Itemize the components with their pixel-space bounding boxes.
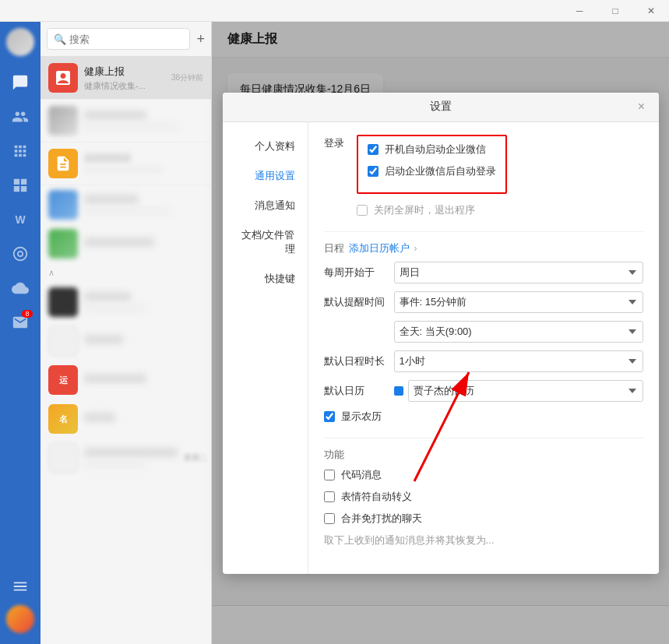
divider-1 bbox=[324, 231, 643, 232]
window-controls: ─ □ ✕ bbox=[562, 0, 669, 22]
chat-item-blurred-5[interactable] bbox=[40, 322, 211, 361]
field-week-start: 每周开始于 周日 bbox=[324, 262, 643, 283]
label-lunar: 显示农历 bbox=[341, 410, 382, 424]
settings-nav-notifications[interactable]: 消息通知 bbox=[223, 191, 308, 220]
chat-item-health[interactable]: 健康上报 健康情况收集-... 38分钟前 bbox=[40, 57, 211, 100]
chat-item-report[interactable] bbox=[40, 143, 211, 185]
setting-row-autostart: 开机自动启动企业微信 bbox=[368, 143, 496, 157]
settings-nav-general[interactable]: 通用设置 bbox=[223, 161, 308, 191]
select-allday[interactable]: 全天: 当天(9:00) bbox=[394, 321, 643, 343]
sidebar-item-grid[interactable] bbox=[6, 171, 34, 199]
modal-overlay: 设置 × 个人资料 通用设置 消息通知 文档/文件管理 快捷键 bbox=[212, 22, 669, 644]
chat-item-blurred-6[interactable]: 运 bbox=[40, 361, 211, 399]
chat-item-blurred-3[interactable] bbox=[40, 224, 211, 263]
select-reminder[interactable]: 事件: 15分钟前 bbox=[394, 291, 643, 313]
chat-item-blurred-8[interactable]: 星期二 bbox=[40, 438, 211, 477]
settings-modal: 设置 × 个人资料 通用设置 消息通知 文档/文件管理 快捷键 bbox=[223, 93, 659, 574]
chat-item-blurred-1[interactable] bbox=[40, 100, 211, 143]
calendar-color-dot bbox=[394, 386, 403, 396]
search-input-wrap[interactable]: 🔍 bbox=[47, 28, 190, 50]
chevron-right-icon: › bbox=[414, 243, 417, 254]
report-preview bbox=[84, 166, 162, 174]
section-calendar: 日程 添加日历帐户 › 每周开始于 周日 bbox=[324, 241, 643, 424]
chat-meta: 38分钟前 bbox=[171, 72, 203, 83]
checkbox-autologin[interactable] bbox=[368, 166, 379, 177]
modal-close-button[interactable]: × bbox=[634, 99, 650, 114]
add-calendar-link[interactable]: 添加日历帐户 bbox=[349, 241, 410, 255]
settings-nav-shortcuts[interactable]: 快捷键 bbox=[223, 264, 308, 294]
settings-nav: 个人资料 通用设置 消息通知 文档/文件管理 快捷键 bbox=[223, 122, 308, 574]
main-area: 健康上报 每日健康情况收集-12月6日 立即填写 上午09:06 每日健康情况收… bbox=[212, 22, 669, 644]
search-bar: 🔍 + bbox=[40, 22, 211, 57]
feature-extra-label: 取下上收到的通知消息并将其恢复为... bbox=[324, 533, 643, 547]
setting-row-code: 代码消息 bbox=[324, 468, 643, 482]
checkbox-lunar[interactable] bbox=[324, 411, 335, 422]
chat-info-health: 健康上报 健康情况收集-... bbox=[84, 65, 171, 92]
close-button[interactable]: ✕ bbox=[633, 0, 669, 22]
add-button[interactable]: + bbox=[196, 31, 205, 48]
chat-item-section-label: ∧ bbox=[40, 263, 211, 283]
divider-2 bbox=[324, 438, 643, 438]
sidebar-item-3d[interactable] bbox=[6, 240, 34, 268]
select-default-calendar[interactable]: 贾子杰的日历 bbox=[408, 380, 643, 402]
login-section-label: 登录 bbox=[324, 135, 347, 150]
section-login: 登录 开机自动启动企业微信 bbox=[324, 135, 643, 217]
label-merge: 合并免打扰的聊天 bbox=[341, 512, 422, 526]
avatar[interactable] bbox=[6, 28, 34, 56]
chat-info-report bbox=[84, 153, 203, 174]
setting-row-emoji: 表情符自动转义 bbox=[324, 490, 643, 504]
search-input[interactable] bbox=[69, 33, 183, 45]
sidebar-item-doc[interactable]: W bbox=[6, 206, 34, 234]
chat-time: 38分钟前 bbox=[171, 72, 203, 83]
chat-item-blurred-4[interactable] bbox=[40, 283, 211, 322]
checkbox-emoji[interactable] bbox=[324, 491, 335, 502]
search-icon: 🔍 bbox=[54, 33, 66, 45]
checkbox-merge[interactable] bbox=[324, 513, 335, 524]
checkbox-code[interactable] bbox=[324, 470, 335, 480]
settings-content: 登录 开机自动启动企业微信 bbox=[308, 122, 659, 574]
setting-row-exit: 关闭全屏时，退出程序 bbox=[357, 203, 643, 217]
section-features: 功能 代码消息 表情符自动转义 bbox=[324, 448, 643, 547]
sidebar-item-contacts[interactable] bbox=[6, 103, 34, 131]
window-top-bar: ─ □ ✕ bbox=[0, 0, 669, 22]
chat-item-blurred-2[interactable] bbox=[40, 185, 211, 224]
label-emoji: 表情符自动转义 bbox=[341, 490, 412, 504]
field-label-duration: 默认日程时长 bbox=[324, 354, 394, 368]
modal-body: 个人资料 通用设置 消息通知 文档/文件管理 快捷键 登录 bbox=[223, 122, 659, 574]
sidebar-item-apps[interactable] bbox=[6, 137, 34, 165]
chat-avatar-report bbox=[48, 149, 78, 178]
calendar-section-title: 日程 添加日历帐户 › bbox=[324, 241, 643, 255]
field-duration: 默认日程时长 1小时 bbox=[324, 350, 643, 372]
sidebar-item-mail[interactable]: 8 bbox=[6, 308, 34, 336]
chat-item-blurred-7[interactable]: 名 bbox=[40, 399, 211, 438]
field-label-week-start: 每周开始于 bbox=[324, 266, 394, 280]
chat-preview: 健康情况收集-... bbox=[84, 80, 171, 92]
select-duration[interactable]: 1小时 bbox=[394, 350, 643, 372]
label-autologin: 启动企业微信后自动登录 bbox=[385, 164, 496, 178]
field-allday: 全天: 当天(9:00) bbox=[324, 321, 643, 343]
bottom-avatar bbox=[6, 605, 34, 633]
field-label-reminder: 默认提醒时间 bbox=[324, 295, 394, 309]
label-exit: 关闭全屏时，退出程序 bbox=[374, 203, 475, 217]
settings-nav-profile[interactable]: 个人资料 bbox=[223, 132, 308, 161]
sidebar-item-menu[interactable] bbox=[6, 572, 34, 600]
field-default-calendar: 默认日历 贾子杰的日历 bbox=[324, 380, 643, 402]
select-week-start[interactable]: 周日 bbox=[394, 262, 643, 283]
setting-row-autologin: 启动企业微信后自动登录 bbox=[368, 164, 496, 178]
minimize-button[interactable]: ─ bbox=[562, 0, 597, 22]
mail-badge: 8 bbox=[22, 310, 33, 318]
highlight-box: 开机自动启动企业微信 启动企业微信后自动登录 bbox=[357, 135, 507, 194]
sidebar-item-chat[interactable] bbox=[6, 69, 34, 97]
features-section-title: 功能 bbox=[324, 448, 643, 462]
report-name bbox=[84, 153, 131, 163]
chat-panel: 🔍 + 健康上报 健康情况收集-... 38分钟前 bbox=[40, 22, 212, 644]
setting-row-lunar: 显示农历 bbox=[324, 410, 643, 424]
chat-name: 健康上报 bbox=[84, 65, 171, 79]
sidebar-item-cloud[interactable] bbox=[6, 274, 34, 302]
checkbox-exit[interactable] bbox=[357, 205, 368, 216]
maximize-button[interactable]: □ bbox=[597, 0, 633, 22]
chat-avatar-health bbox=[48, 63, 78, 93]
checkbox-autostart[interactable] bbox=[368, 144, 379, 155]
setting-row-merge: 合并免打扰的聊天 bbox=[324, 512, 643, 526]
settings-nav-files[interactable]: 文档/文件管理 bbox=[223, 220, 308, 264]
